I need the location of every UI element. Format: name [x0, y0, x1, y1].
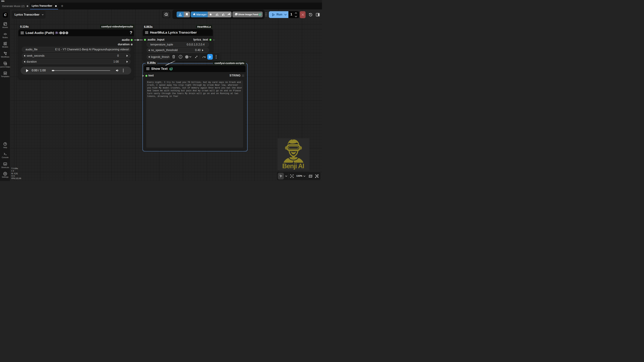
- svg-text:H: H: [63, 32, 64, 34]
- svg-text:V: V: [60, 32, 61, 34]
- svg-text:Benji AI: Benji AI: [282, 162, 304, 170]
- svg-text:S: S: [66, 32, 68, 34]
